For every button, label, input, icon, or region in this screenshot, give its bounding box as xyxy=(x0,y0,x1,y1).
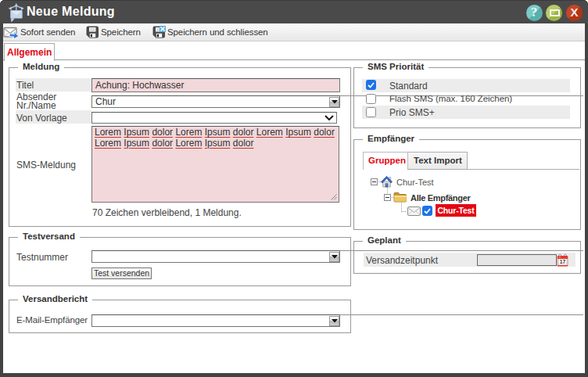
svg-text:17: 17 xyxy=(560,259,566,264)
